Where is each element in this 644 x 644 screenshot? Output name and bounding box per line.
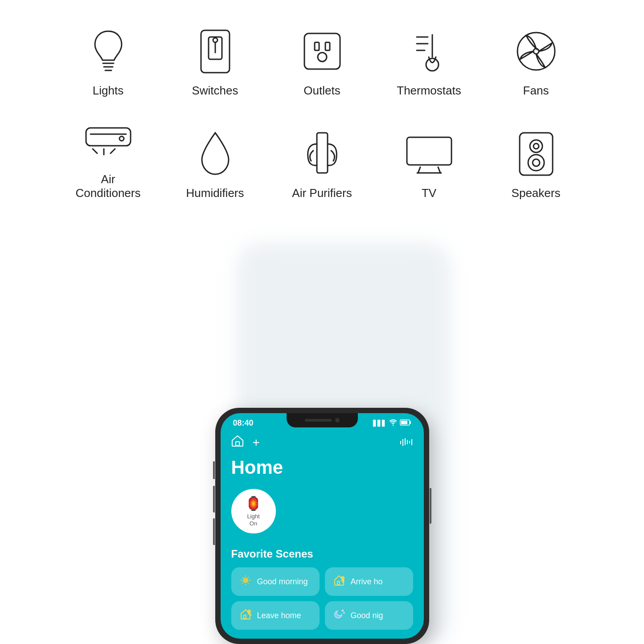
light-icon [84,27,133,76]
ac-item[interactable]: Air Conditioners [73,115,144,200]
svg-point-60 [344,612,345,613]
fans-item[interactable]: Fans [500,27,572,98]
wifi-icon [389,419,397,427]
speaker-icon [512,129,561,178]
light-device-label: Light On [247,513,259,527]
light-device-card[interactable]: 🏮 Light On [231,489,276,533]
svg-line-52 [242,582,243,583]
sound-icon[interactable] [400,436,413,449]
tv-label: TV [422,186,436,200]
status-time: 08:40 [233,418,254,428]
tv-item[interactable]: TV [394,129,465,200]
svg-point-59 [342,610,343,611]
scene-arrive-home[interactable]: Arrive ho [325,567,413,596]
home-icon[interactable] [231,435,244,450]
thermostat-icon [405,27,454,76]
phone-screen: 08:40 ▋▋▋ [221,413,424,639]
scene-leave-home[interactable]: Leave home [231,601,320,630]
switches-label: Switches [192,84,238,98]
outlets-item[interactable]: Outlets [287,27,358,98]
svg-point-15 [426,58,439,71]
switches-item[interactable]: Switches [180,27,251,98]
air-purifiers-label: Air Purifiers [292,186,352,200]
outlet-icon [298,27,347,76]
svg-line-23 [111,149,115,153]
app-content: + Home [221,431,424,639]
signal-icon: ▋▋▋ [373,420,386,427]
phone-notch [287,413,358,427]
phone-outer: 08:40 ▋▋▋ [215,408,429,644]
svg-rect-7 [304,33,340,69]
svg-line-21 [93,149,97,153]
arrive-home-icon [333,574,345,589]
svg-point-31 [533,144,539,149]
scenes-grid: Good morning Arrive ho [231,567,413,639]
light-device-icon: 🏮 [245,496,262,511]
good-night-icon [333,608,345,623]
svg-line-26 [418,167,420,173]
fans-label: Fans [523,84,549,98]
good-night-label: Good nig [351,611,383,620]
humidifiers-item[interactable]: Humidifiers [180,129,251,200]
app-header: + [231,435,413,450]
svg-point-16 [517,33,555,70]
battery-icon [400,419,411,427]
outlets-label: Outlets [304,84,340,98]
svg-rect-25 [407,137,451,165]
svg-rect-8 [315,42,319,50]
app-title: Home [231,457,413,478]
device-cards: 🏮 Light On [231,489,413,533]
purifier-icon [298,129,347,178]
air-purifiers-item[interactable]: Air Purifiers [287,129,358,200]
notch-camera [335,418,340,422]
icons-row-2: Air Conditioners Humidifiers [73,115,572,200]
svg-point-20 [119,136,124,141]
switch-icon [191,27,240,76]
good-morning-label: Good morning [257,577,308,587]
phone-volume-mute-button [213,461,215,479]
svg-point-44 [243,578,248,582]
icons-section: Lights Switches [0,0,644,201]
svg-rect-9 [325,42,330,50]
good-morning-icon [239,574,252,589]
svg-line-51 [248,577,249,578]
arrive-home-label: Arrive ho [351,577,383,587]
svg-rect-36 [401,421,407,424]
leave-home-icon [239,608,252,623]
svg-rect-35 [410,421,411,424]
phone-volume-down-button [213,518,215,545]
humidifier-icon [191,129,240,178]
svg-rect-57 [244,615,246,619]
phone-volume-up-button [213,486,215,513]
scenes-title: Favorite Scenes [231,548,413,560]
tv-icon [405,129,454,178]
thermostats-label: Thermostats [397,84,461,98]
lights-item[interactable]: Lights [73,27,144,98]
lights-label: Lights [93,84,123,98]
notch-speaker [305,419,332,422]
add-button[interactable]: + [253,435,260,450]
svg-rect-37 [236,442,239,446]
svg-line-27 [438,167,440,173]
fan-icon [512,27,561,76]
scene-good-night[interactable]: Good nig [325,601,413,630]
app-header-left: + [231,435,260,450]
svg-point-10 [318,53,327,62]
svg-point-30 [530,140,542,152]
svg-line-49 [242,577,243,578]
svg-point-32 [528,155,544,171]
leave-home-label: Leave home [257,611,301,620]
ac-icon [84,115,133,164]
phone-container: 08:40 ▋▋▋ [215,408,429,644]
ac-label: Air Conditioners [73,172,144,200]
icons-row-1: Lights Switches [73,27,572,98]
thermostats-item[interactable]: Thermostats [394,27,465,98]
speakers-label: Speakers [512,186,561,200]
humidifiers-label: Humidifiers [186,186,244,200]
speakers-item[interactable]: Speakers [500,129,572,200]
svg-point-33 [533,159,540,166]
svg-rect-53 [337,581,340,585]
phone-power-button [430,488,431,524]
scene-good-morning[interactable]: Good morning [231,567,320,596]
svg-rect-24 [317,133,328,173]
